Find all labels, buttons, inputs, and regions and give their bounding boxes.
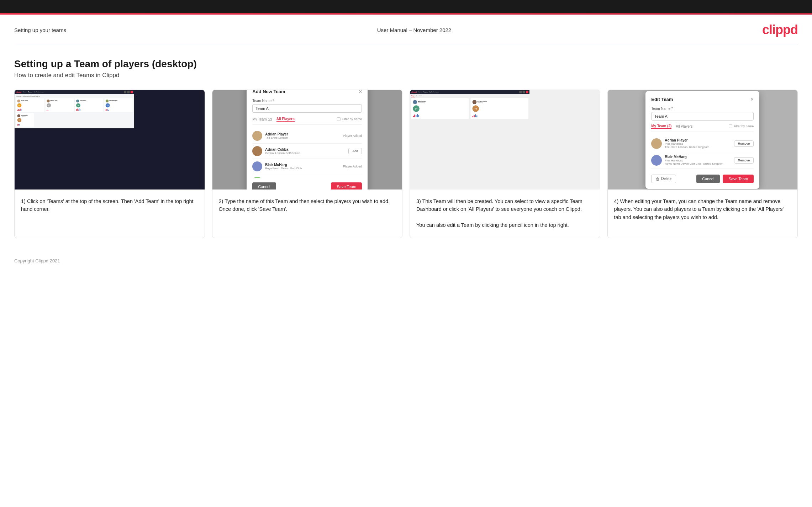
edit-team-name-label: Team Name * <box>651 107 754 111</box>
player-sub: Central London Golf Centre <box>265 151 348 155</box>
card-2: Add New Team × Team Name * Team A My Tea… <box>212 90 403 238</box>
card-1-text: 1) Click on 'Teams' at the top of the sc… <box>15 190 205 238</box>
cancel-button[interactable]: Cancel <box>696 175 720 183</box>
footer: Copyright Clippd 2021 <box>0 252 812 272</box>
tab-all-players-edit[interactable]: All Players <box>676 124 692 128</box>
player-avatar <box>252 146 262 156</box>
player-handicap: Plus Handicap <box>665 142 734 145</box>
save-team-button[interactable]: Save Team <box>331 182 362 190</box>
player-info: Adrian Coliba Central London Golf Centre <box>265 148 348 155</box>
team-name-label: Team Name * <box>252 99 362 103</box>
player-list: Adrian Player The Shire London Player Ad… <box>252 128 362 178</box>
player-avatar <box>252 177 262 178</box>
player-added-label: Player Added <box>343 134 362 138</box>
player-avatar <box>252 131 262 141</box>
player-sub: Royal North Devon Golf Club <box>265 167 343 170</box>
player-location: Royal North Devon Golf Club, United King… <box>665 162 734 165</box>
list-item: Adrian Player Plus Handicap The Shire Lo… <box>651 135 754 152</box>
edit-modal-actions: 🗑 Delete Cancel Save Team <box>651 175 754 183</box>
card-3-text-1: 3) This Team will then be created. You c… <box>416 198 582 212</box>
modal-title: Add New Team <box>252 90 285 94</box>
card-4-screenshot: Edit Team × Team Name * Team A My Team (… <box>608 90 798 190</box>
player-handicap: Plus Handicap <box>665 159 734 162</box>
remove-player-button-2[interactable]: Remove <box>734 157 754 164</box>
header-right: clippd <box>762 22 798 37</box>
clippd-logo: clippd <box>762 22 798 37</box>
filter-by-name: Filter by name <box>337 117 362 121</box>
cards-container: clippd Home Teams My Performance Showing… <box>0 90 812 252</box>
team-name-input[interactable]: Team A <box>252 104 362 113</box>
cancel-button[interactable]: Cancel <box>252 182 276 190</box>
player-avatar <box>651 138 662 149</box>
player-sub: The Shire London <box>265 136 343 139</box>
edit-modal-header: Edit Team × <box>651 97 754 102</box>
player-location: The Shire London, United Kingdom <box>665 145 734 149</box>
player-avatar <box>651 155 662 166</box>
card-1: clippd Home Teams My Performance Showing… <box>14 90 205 238</box>
page-subtitle: How to create and edit Teams in Clippd <box>14 72 798 79</box>
edit-team-modal: Edit Team × Team Name * Team A My Team (… <box>645 91 759 189</box>
edit-player-list: Adrian Player Plus Handicap The Shire Lo… <box>651 135 754 169</box>
header-left-text: Setting up your teams <box>14 27 66 33</box>
copyright-text: Copyright Clippd 2021 <box>14 258 60 263</box>
player-avatar <box>252 161 262 171</box>
modal-actions: Cancel Save Team <box>252 182 362 190</box>
list-item: Blair McHarg Plus Handicap Royal North D… <box>651 152 754 169</box>
header: Setting up your teams User Manual – Nove… <box>0 15 812 44</box>
player-info: Adrian Player Plus Handicap The Shire Lo… <box>665 138 734 149</box>
card-4: Edit Team × Team Name * Team A My Team (… <box>607 90 798 238</box>
list-item: Blair McHarg Royal North Devon Golf Club… <box>252 159 362 174</box>
close-icon[interactable]: × <box>359 90 362 95</box>
list-item: Dave Billingham The Gog Magog Golf Club … <box>252 174 362 178</box>
list-item: Adrian Coliba Central London Golf Centre… <box>252 144 362 159</box>
player-name: Blair McHarg <box>665 155 734 159</box>
card-1-screenshot: clippd Home Teams My Performance Showing… <box>15 90 205 190</box>
remove-player-button[interactable]: Remove <box>734 140 754 147</box>
player-info: Blair McHarg Royal North Devon Golf Club <box>265 163 343 170</box>
card-3: clippd Home Teams My Performance Players… <box>410 90 600 238</box>
player-name: Adrian Coliba <box>265 148 348 151</box>
tab-my-team-edit[interactable]: My Team (2) <box>651 124 671 129</box>
player-info: Blair McHarg Plus Handicap Royal North D… <box>665 155 734 165</box>
edit-team-name-input[interactable]: Team A <box>651 112 754 121</box>
list-item: Adrian Player The Shire London Player Ad… <box>252 128 362 144</box>
top-bar <box>0 0 812 13</box>
card-2-screenshot: Add New Team × Team Name * Team A My Tea… <box>212 90 402 190</box>
player-name: Blair McHarg <box>265 163 343 167</box>
modal-tabs: My Team (2) All Players Filter by name <box>252 117 362 125</box>
add-team-modal: Add New Team × Team Name * Team A My Tea… <box>247 90 368 190</box>
trash-icon: 🗑 <box>656 177 660 181</box>
tab-all-players[interactable]: All Players <box>276 117 295 122</box>
delete-button[interactable]: 🗑 Delete <box>651 175 676 183</box>
card-3-text-2: You can also edit a Team by clicking the… <box>416 222 569 228</box>
edit-modal-title: Edit Team <box>651 97 673 102</box>
page-title: Setting up a Team of players (desktop) <box>14 58 798 70</box>
tab-my-team[interactable]: My Team (2) <box>252 117 272 121</box>
add-player-button[interactable]: Add <box>348 148 362 154</box>
player-info: Adrian Player The Shire London <box>265 132 343 139</box>
card-3-screenshot: clippd Home Teams My Performance Players… <box>410 90 600 190</box>
player-added-label: Player Added <box>343 165 362 168</box>
player-name: Adrian Player <box>265 132 343 136</box>
player-name: Adrian Player <box>665 138 734 142</box>
card-4-text: 4) When editing your Team, you can chang… <box>608 190 798 238</box>
close-icon[interactable]: × <box>750 97 754 102</box>
card-2-text: 2) Type the name of this Team and then s… <box>212 190 402 238</box>
card-3-text: 3) This Team will then be created. You c… <box>410 190 600 238</box>
page-title-section: Setting up a Team of players (desktop) H… <box>0 44 812 90</box>
modal-header: Add New Team × <box>252 90 362 95</box>
filter-by-name-edit: Filter by name <box>729 124 754 128</box>
save-team-button[interactable]: Save Team <box>723 175 754 183</box>
edit-right-actions: Cancel Save Team <box>696 175 754 183</box>
header-center-text: User Manual – November 2022 <box>377 27 451 33</box>
edit-modal-tabs: My Team (2) All Players Filter by name <box>651 124 754 132</box>
